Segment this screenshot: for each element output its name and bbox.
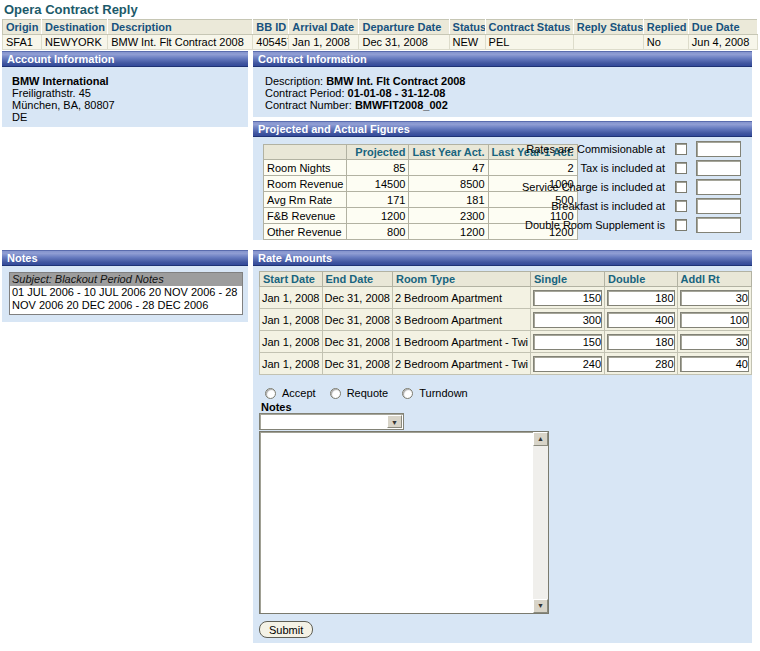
service-charge-checkbox[interactable] bbox=[675, 181, 687, 193]
rate-end-date: Dec 31, 2008 bbox=[322, 287, 392, 309]
service-charge-input[interactable] bbox=[696, 179, 741, 195]
double-rate-input[interactable] bbox=[607, 290, 675, 306]
rate-room-type: 2 Bedroom Apartment - Twi bbox=[392, 353, 530, 375]
commissionable-label: Rates are Commisionable at bbox=[495, 143, 665, 155]
contract-description-line: Description: BMW Int. Flt Contract 2008 bbox=[265, 75, 465, 87]
breakfast-included-label: Breakfast is included at bbox=[495, 200, 665, 212]
col-header-status: Status bbox=[449, 20, 485, 35]
notes-panel-header: Notes bbox=[2, 250, 248, 266]
notes-panel: Notes Subject: Blackout Period Notes 01 … bbox=[2, 250, 248, 322]
commissionable-checkbox[interactable] bbox=[675, 143, 687, 155]
dropdown-arrow-icon[interactable]: ▼ bbox=[387, 415, 402, 428]
account-address-line: DE bbox=[12, 111, 115, 123]
rate-start-date: Jan 1, 2008 bbox=[260, 331, 323, 353]
requote-radio[interactable] bbox=[330, 388, 341, 399]
turndown-radio-label: Turndown bbox=[419, 387, 468, 399]
notes-template-dropdown[interactable]: ▼ bbox=[259, 413, 404, 430]
double-room-supplement-checkbox[interactable] bbox=[675, 219, 687, 231]
rate-header-row: Start Date End Date Room Type Single Dou… bbox=[260, 272, 752, 287]
col-header-arrival: Arrival Date bbox=[289, 20, 359, 35]
rate-single-cell bbox=[531, 287, 605, 309]
accept-radio[interactable] bbox=[265, 388, 276, 399]
rate-addl-cell bbox=[677, 353, 751, 375]
reply-notes-textarea[interactable]: ▲ ▼ bbox=[259, 431, 549, 614]
col-header-single: Single bbox=[531, 272, 605, 287]
projected-corner-cell bbox=[264, 145, 347, 160]
cell-contract-status: PEL bbox=[485, 35, 573, 50]
single-rate-input[interactable] bbox=[533, 290, 602, 306]
row-label: F&B Revenue bbox=[264, 208, 347, 224]
double-room-supplement-input[interactable] bbox=[696, 217, 741, 233]
rate-amounts-header: Rate Amounts bbox=[253, 250, 752, 266]
contract-information-panel: Contract Information Description: BMW In… bbox=[253, 51, 752, 117]
page-title: Opera Contract Reply bbox=[4, 2, 138, 17]
tax-included-label: Tax is included at bbox=[495, 162, 665, 174]
col-header-bbid: BB ID bbox=[253, 20, 289, 35]
single-rate-input[interactable] bbox=[533, 334, 602, 350]
col-header-description: Description bbox=[108, 20, 253, 35]
row-label: Room Nights bbox=[264, 160, 347, 176]
tax-rate-input[interactable] bbox=[696, 160, 741, 176]
projected-value: 1200 bbox=[347, 208, 409, 224]
cell-bbid: 405457 bbox=[253, 35, 289, 50]
submit-button[interactable]: Submit bbox=[259, 621, 313, 638]
last-year-value: 47 bbox=[409, 160, 488, 176]
col-header-due-date: Due Date bbox=[688, 20, 757, 35]
note-body-text: 01 JUL 2006 - 10 JUL 2006 20 NOV 2006 - … bbox=[10, 286, 242, 314]
addl-rate-input[interactable] bbox=[680, 356, 749, 372]
table-row: Jan 1, 2008 Dec 31, 2008 3 Bedroom Apart… bbox=[260, 309, 752, 331]
double-rate-input[interactable] bbox=[607, 334, 675, 350]
col-header-start-date: Start Date bbox=[260, 272, 323, 287]
rate-end-date: Dec 31, 2008 bbox=[322, 309, 392, 331]
commissionable-option-row: Rates are Commisionable at bbox=[495, 140, 747, 157]
col-header-reply-status: Reply Status bbox=[573, 20, 643, 35]
rate-double-cell bbox=[605, 331, 678, 353]
col-header-double: Double bbox=[605, 272, 678, 287]
breakfast-rate-input[interactable] bbox=[696, 198, 741, 214]
double-rate-input[interactable] bbox=[607, 312, 675, 328]
addl-rate-input[interactable] bbox=[680, 334, 749, 350]
service-charge-label: Service Charge is included at bbox=[495, 181, 665, 193]
last-year-value: 1200 bbox=[409, 224, 488, 240]
cell-departure: Dec 31, 2008 bbox=[359, 35, 449, 50]
breakfast-included-checkbox[interactable] bbox=[675, 200, 687, 212]
col-header-addl-rt: Addl Rt bbox=[677, 272, 751, 287]
contract-number-line: Contract Number: BMWFIT2008_002 bbox=[265, 99, 465, 111]
scroll-up-icon[interactable]: ▲ bbox=[533, 432, 548, 446]
double-room-supplement-row: Double Room Supplement is bbox=[495, 216, 747, 233]
single-rate-input[interactable] bbox=[533, 356, 602, 372]
last-year-value: 2300 bbox=[409, 208, 488, 224]
single-rate-input[interactable] bbox=[533, 312, 602, 328]
projected-value: 800 bbox=[347, 224, 409, 240]
projected-figures-panel: Projected and Actual Figures Projected L… bbox=[253, 121, 752, 240]
cell-replied: No bbox=[643, 35, 688, 50]
contract-summary-table: Origin Destination Description BB ID Arr… bbox=[2, 19, 758, 50]
rate-double-cell bbox=[605, 353, 678, 375]
projected-value: 85 bbox=[347, 160, 409, 176]
addl-rate-input[interactable] bbox=[680, 312, 749, 328]
scroll-down-icon[interactable]: ▼ bbox=[533, 599, 548, 613]
rate-single-cell bbox=[531, 353, 605, 375]
contract-information-header: Contract Information bbox=[253, 51, 752, 67]
col-header-projected: Projected bbox=[347, 145, 409, 160]
col-header-origin: Origin bbox=[3, 20, 42, 35]
cell-description: BMW Int. Flt Contract 2008 bbox=[108, 35, 253, 50]
rate-start-date: Jan 1, 2008 bbox=[260, 287, 323, 309]
rate-start-date: Jan 1, 2008 bbox=[260, 309, 323, 331]
textarea-scrollbar[interactable]: ▲ ▼ bbox=[533, 432, 548, 613]
row-label: Room Revenue bbox=[264, 176, 347, 192]
cell-due-date: Jun 4, 2008 bbox=[688, 35, 757, 50]
turndown-radio[interactable] bbox=[402, 388, 413, 399]
addl-rate-input[interactable] bbox=[680, 290, 749, 306]
projected-value: 14500 bbox=[347, 176, 409, 192]
contract-description-value: BMW Int. Flt Contract 2008 bbox=[326, 75, 465, 87]
commissionable-rate-input[interactable] bbox=[696, 141, 741, 157]
accept-radio-label: Accept bbox=[282, 387, 316, 399]
tax-included-checkbox[interactable] bbox=[675, 162, 687, 174]
col-header-departure: Departure Date bbox=[359, 20, 449, 35]
cell-arrival: Jan 1, 2008 bbox=[289, 35, 359, 50]
double-rate-input[interactable] bbox=[607, 356, 675, 372]
contract-period-label: Contract Period: bbox=[265, 87, 344, 99]
cell-reply-status bbox=[573, 35, 643, 50]
cell-origin: SFA1 bbox=[3, 35, 42, 50]
